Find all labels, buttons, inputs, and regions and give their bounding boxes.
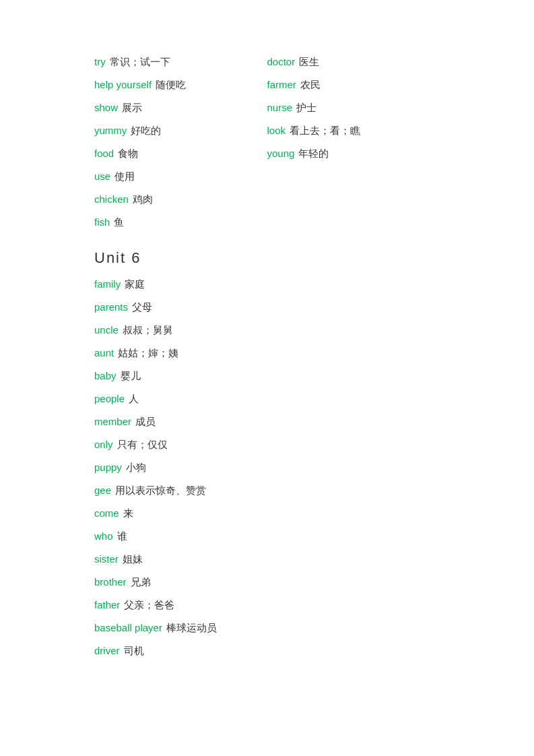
- vocab-chinese: 姐妹: [123, 551, 143, 567]
- vocab-chinese: 成员: [135, 414, 156, 430]
- vocab-item: only只有；仅仅: [94, 437, 440, 453]
- vocab-english: father: [94, 597, 120, 613]
- vocab-item: father父亲；爸爸: [94, 597, 440, 613]
- vocab-english: baseball player: [94, 620, 162, 636]
- vocab-item: look看上去；看；瞧: [267, 123, 440, 139]
- main-content: try常识；试一下help yourself随便吃show展示yummy好吃的f…: [94, 54, 440, 659]
- vocab-item: uncle叔叔；舅舅: [94, 322, 440, 338]
- vocab-english: young: [267, 146, 295, 162]
- vocab-english: chicken: [94, 191, 129, 208]
- vocab-english: puppy: [94, 460, 122, 476]
- vocab-chinese: 只有；仅仅: [117, 437, 168, 453]
- two-col-section: try常识；试一下help yourself随便吃show展示yummy好吃的f…: [94, 54, 440, 237]
- vocab-item: come来: [94, 505, 440, 522]
- vocab-english: member: [94, 414, 131, 430]
- vocab-english: sister: [94, 551, 119, 567]
- vocab-english: baby: [94, 368, 116, 384]
- vocab-item: brother兄弟: [94, 574, 440, 590]
- vocab-item: nurse护士: [267, 100, 440, 116]
- vocab-chinese: 用以表示惊奇、赞赏: [115, 482, 206, 499]
- vocab-english: yummy: [94, 123, 127, 139]
- vocab-item: baby婴儿: [94, 368, 440, 384]
- vocab-chinese: 人: [129, 391, 139, 407]
- vocab-english: nurse: [267, 100, 293, 116]
- vocab-chinese: 兄弟: [131, 574, 151, 590]
- vocab-item: chicken鸡肉: [94, 191, 267, 208]
- vocab-item: puppy小狗: [94, 460, 440, 476]
- vocab-english: look: [267, 123, 286, 139]
- vocab-english: come: [94, 505, 119, 522]
- vocab-chinese: 年轻的: [298, 146, 329, 162]
- vocab-english: doctor: [267, 54, 296, 70]
- vocab-chinese: 常识；试一下: [110, 54, 170, 70]
- vocab-chinese: 展示: [122, 100, 142, 116]
- vocab-english: show: [94, 100, 118, 116]
- vocab-item: food食物: [94, 146, 267, 162]
- vocab-chinese: 父母: [132, 299, 152, 315]
- vocab-english: aunt: [94, 345, 114, 361]
- vocab-item: young年轻的: [267, 146, 440, 162]
- vocab-item: gee用以表示惊奇、赞赏: [94, 482, 440, 499]
- vocab-chinese: 叔叔；舅舅: [123, 322, 173, 338]
- vocab-chinese: 鸡肉: [133, 191, 153, 208]
- left-column: try常识；试一下help yourself随便吃show展示yummy好吃的f…: [94, 54, 267, 237]
- vocab-english: gee: [94, 482, 111, 499]
- vocab-chinese: 好吃的: [131, 123, 161, 139]
- vocab-english: farmer: [267, 77, 296, 93]
- vocab-item: help yourself随便吃: [94, 77, 267, 93]
- vocab-english: food: [94, 146, 114, 162]
- vocab-item: parents父母: [94, 299, 440, 315]
- vocab-english: family: [94, 276, 121, 292]
- vocab-english: use: [94, 168, 110, 185]
- vocab-item: farmer农民: [267, 77, 440, 93]
- vocab-item: who谁: [94, 528, 440, 544]
- vocab-chinese: 婴儿: [121, 368, 141, 384]
- vocab-english: brother: [94, 574, 127, 590]
- vocab-chinese: 医生: [299, 54, 319, 70]
- vocab-english: parents: [94, 299, 128, 315]
- vocab-item: people人: [94, 391, 440, 407]
- unit-heading: Unit 6: [94, 249, 440, 267]
- vocab-item: driver司机: [94, 643, 440, 659]
- vocab-item: fish鱼: [94, 214, 267, 230]
- vocab-chinese: 看上去；看；瞧: [290, 123, 360, 139]
- vocab-chinese: 姑姑；婶；姨: [118, 345, 178, 361]
- vocab-item: try常识；试一下: [94, 54, 267, 70]
- vocab-chinese: 鱼: [114, 214, 124, 230]
- vocab-chinese: 农民: [300, 77, 321, 93]
- vocab-item: use使用: [94, 168, 267, 185]
- single-col-section: family家庭parents父母uncle叔叔；舅舅aunt姑姑；婶；姨bab…: [94, 276, 440, 659]
- vocab-english: help yourself: [94, 77, 152, 93]
- vocab-item: member成员: [94, 414, 440, 430]
- vocab-english: who: [94, 528, 113, 544]
- vocab-chinese: 父亲；爸爸: [124, 597, 174, 613]
- vocab-chinese: 家庭: [125, 276, 145, 292]
- right-column: doctor医生farmer农民nurse护士look看上去；看；瞧young年…: [267, 54, 440, 237]
- vocab-chinese: 护士: [296, 100, 316, 116]
- vocab-english: only: [94, 437, 113, 453]
- vocab-item: show展示: [94, 100, 267, 116]
- vocab-chinese: 食物: [118, 146, 138, 162]
- vocab-chinese: 小狗: [126, 460, 146, 476]
- vocab-english: fish: [94, 214, 110, 230]
- vocab-item: aunt姑姑；婶；姨: [94, 345, 440, 361]
- vocab-chinese: 棒球运动员: [166, 620, 217, 636]
- vocab-item: baseball player棒球运动员: [94, 620, 440, 636]
- vocab-item: yummy好吃的: [94, 123, 267, 139]
- vocab-english: people: [94, 391, 125, 407]
- vocab-item: family家庭: [94, 276, 440, 292]
- vocab-chinese: 随便吃: [156, 77, 186, 93]
- vocab-english: driver: [94, 643, 120, 659]
- vocab-chinese: 来: [123, 505, 133, 522]
- vocab-english: uncle: [94, 322, 119, 338]
- vocab-chinese: 谁: [117, 528, 127, 544]
- vocab-item: doctor医生: [267, 54, 440, 70]
- vocab-english: try: [94, 54, 106, 70]
- vocab-chinese: 司机: [124, 643, 144, 659]
- vocab-chinese: 使用: [114, 168, 135, 185]
- vocab-item: sister姐妹: [94, 551, 440, 567]
